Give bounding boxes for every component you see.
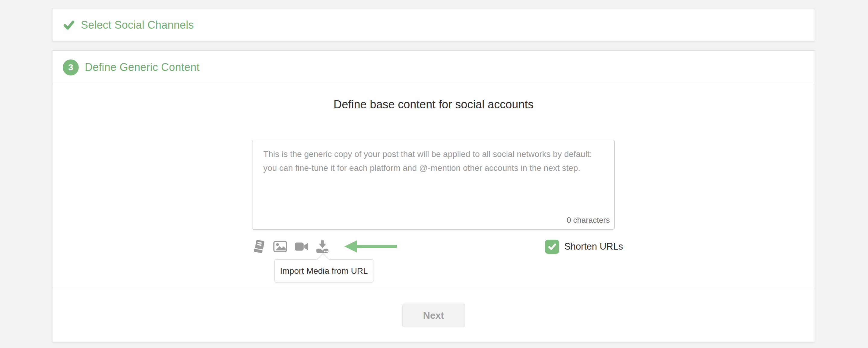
- book-icon: [252, 239, 266, 254]
- import-media-from-url-button[interactable]: [315, 239, 330, 254]
- book-button[interactable]: [251, 239, 267, 254]
- next-button[interactable]: Next: [402, 303, 465, 327]
- video-camera-icon: [294, 239, 309, 254]
- annotation-arrow-icon: [344, 239, 400, 254]
- attach-video-button[interactable]: [294, 239, 309, 254]
- step-define-content-card: 3 Define Generic Content Define base con…: [52, 50, 815, 342]
- tooltip-caret: [317, 253, 329, 265]
- post-editor: 0 characters: [252, 140, 615, 230]
- import-media-icon: [315, 239, 330, 254]
- step-select-channels-card: Select Social Channels: [52, 8, 815, 41]
- shorten-urls-toggle[interactable]: Shorten URLs: [545, 239, 623, 254]
- step-define-content-title: Define Generic Content: [85, 61, 200, 74]
- character-counter: 0 characters: [564, 215, 610, 225]
- check-icon: [63, 19, 75, 31]
- shorten-urls-label: Shorten URLs: [564, 241, 623, 252]
- step-define-content-header[interactable]: 3 Define Generic Content: [53, 51, 815, 84]
- compose-post-page: Select Social Channels 3 Define Generic …: [0, 0, 868, 348]
- step-select-channels-title: Select Social Channels: [81, 19, 194, 31]
- step-select-channels-header[interactable]: Select Social Channels: [53, 8, 815, 41]
- composer-footer: Next: [53, 289, 815, 342]
- checkbox-checked-icon[interactable]: [545, 240, 559, 254]
- tooltip-text: Import Media from URL: [280, 266, 368, 276]
- step-number-badge: 3: [63, 59, 79, 76]
- post-content-textarea[interactable]: [252, 140, 615, 230]
- import-media-tooltip: Import Media from URL: [275, 259, 373, 283]
- image-icon: [273, 239, 287, 254]
- composer-heading: Define base content for social accounts: [53, 98, 815, 111]
- composer-body: Define base content for social accounts …: [53, 84, 815, 289]
- attach-image-button[interactable]: [273, 239, 288, 254]
- media-toolbar: [251, 239, 330, 254]
